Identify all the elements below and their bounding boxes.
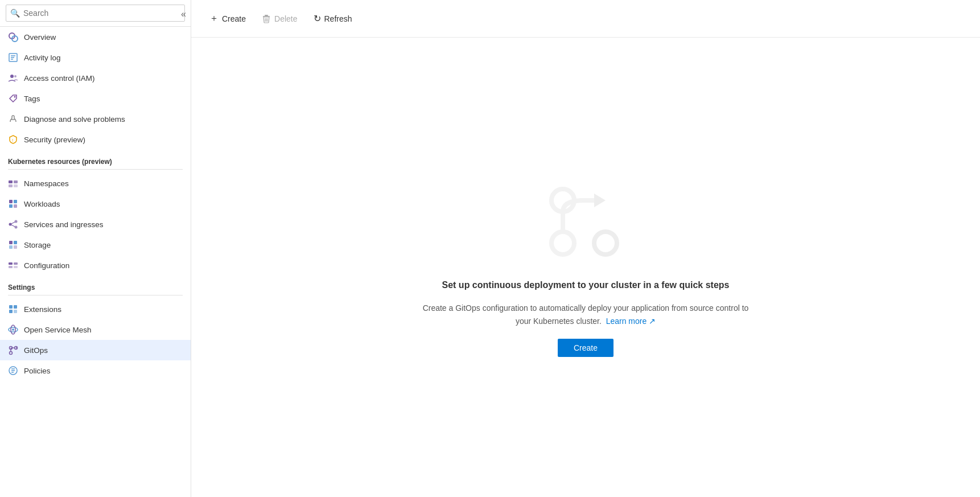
svg-point-6 xyxy=(10,75,14,78)
sidebar-item-gitops[interactable]: GitOps xyxy=(0,340,191,360)
main-title: Set up continuous deployment to your clu… xyxy=(442,280,730,290)
svg-point-54 xyxy=(551,232,574,254)
svg-rect-19 xyxy=(14,204,17,208)
svg-rect-33 xyxy=(9,305,13,309)
svg-rect-27 xyxy=(9,245,13,249)
svg-rect-35 xyxy=(9,310,13,313)
sidebar-item-workloads[interactable]: Workloads xyxy=(0,194,191,214)
sidebar-item-iam[interactable]: Access control (IAM) xyxy=(0,68,191,88)
configuration-label: Configuration xyxy=(24,261,69,270)
search-icon: 🔍 xyxy=(10,9,20,18)
sidebar-item-activity-log[interactable]: Activity log xyxy=(0,47,191,68)
svg-point-7 xyxy=(14,75,17,77)
gitops-label: GitOps xyxy=(24,346,48,355)
overview-icon xyxy=(8,32,18,42)
sidebar-item-diagnose[interactable]: Diagnose and solve problems xyxy=(0,109,191,129)
open-service-mesh-label: Open Service Mesh xyxy=(24,326,92,334)
iam-icon xyxy=(8,73,18,83)
create-label: Create xyxy=(222,14,246,23)
kubernetes-section-header: Kubernetes resources (preview) xyxy=(0,150,191,168)
svg-rect-32 xyxy=(14,266,18,268)
refresh-icon: ↻ xyxy=(314,13,321,24)
svg-rect-13 xyxy=(14,180,18,183)
overview-label: Overview xyxy=(24,33,56,42)
sidebar: 🔍 « Overview xyxy=(0,0,191,497)
svg-rect-31 xyxy=(9,266,13,268)
sidebar-item-open-service-mesh[interactable]: Open Service Mesh xyxy=(0,319,191,340)
svg-rect-29 xyxy=(9,262,13,265)
create-button[interactable]: ＋ Create xyxy=(203,8,253,29)
extensions-label: Extensions xyxy=(24,305,61,314)
svg-point-9 xyxy=(14,96,16,98)
sidebar-item-policies[interactable]: Policies xyxy=(0,360,191,381)
gitops-icon xyxy=(8,345,18,355)
refresh-button[interactable]: ↻ Refresh xyxy=(307,9,359,28)
search-input[interactable] xyxy=(6,5,185,22)
gitops-illustration xyxy=(540,178,631,269)
mesh-icon xyxy=(8,325,18,335)
svg-point-40 xyxy=(10,352,13,355)
activity-label: Activity log xyxy=(24,54,61,62)
sidebar-item-security[interactable]: ! Security (preview) xyxy=(0,129,191,150)
workloads-icon xyxy=(8,199,18,209)
activity-icon xyxy=(8,52,18,63)
diagnose-icon xyxy=(8,114,18,124)
svg-text:!: ! xyxy=(12,138,13,143)
svg-point-20 xyxy=(9,223,12,226)
services-label: Services and ingresses xyxy=(24,220,104,229)
svg-line-24 xyxy=(11,225,15,227)
security-icon: ! xyxy=(8,134,18,145)
policies-icon xyxy=(8,365,18,376)
delete-icon xyxy=(262,14,271,24)
description-text: Create a GitOps configuration to automat… xyxy=(423,303,749,325)
main-content: Set up continuous deployment to your clu… xyxy=(191,38,980,497)
toolbar: ＋ Create Delete ↻ Refresh xyxy=(191,0,980,38)
svg-rect-26 xyxy=(14,241,17,244)
sidebar-item-services[interactable]: Services and ingresses xyxy=(0,214,191,235)
svg-point-39 xyxy=(12,328,14,331)
main-panel: ＋ Create Delete ↻ Refresh xyxy=(191,0,980,497)
sidebar-item-extensions[interactable]: Extensions xyxy=(0,299,191,319)
collapse-button[interactable]: « xyxy=(176,7,191,22)
settings-divider xyxy=(8,295,183,295)
learn-more-link[interactable]: Learn more ↗ xyxy=(606,317,656,326)
namespaces-icon xyxy=(8,178,18,188)
refresh-label: Refresh xyxy=(324,14,352,23)
namespaces-label: Namespaces xyxy=(24,179,69,188)
delete-label: Delete xyxy=(274,14,297,23)
create-icon: ＋ xyxy=(209,13,219,24)
svg-rect-16 xyxy=(9,200,13,203)
workloads-label: Workloads xyxy=(24,200,60,208)
storage-label: Storage xyxy=(24,241,51,249)
diagnose-label: Diagnose and solve problems xyxy=(24,115,125,124)
sidebar-item-namespaces[interactable]: Namespaces xyxy=(0,173,191,194)
svg-point-22 xyxy=(15,226,18,229)
svg-line-23 xyxy=(11,222,15,224)
sidebar-item-tags[interactable]: Tags xyxy=(0,88,191,109)
svg-point-21 xyxy=(15,220,18,223)
policies-label: Policies xyxy=(24,367,51,375)
storage-icon xyxy=(8,240,18,250)
svg-rect-28 xyxy=(14,245,17,249)
svg-rect-12 xyxy=(9,180,13,183)
svg-rect-18 xyxy=(9,204,13,208)
kubernetes-divider xyxy=(8,169,183,170)
svg-rect-49 xyxy=(265,15,268,16)
search-box: 🔍 xyxy=(0,0,191,27)
sidebar-nav: Overview Activity log xyxy=(0,27,191,497)
configuration-icon xyxy=(8,260,18,270)
main-create-button[interactable]: Create xyxy=(558,339,613,357)
iam-label: Access control (IAM) xyxy=(24,74,95,83)
svg-rect-14 xyxy=(9,184,13,187)
tags-icon xyxy=(8,93,18,104)
settings-section-header: Settings xyxy=(0,276,191,294)
sidebar-item-configuration[interactable]: Configuration xyxy=(0,255,191,276)
delete-button[interactable]: Delete xyxy=(255,9,304,28)
svg-point-56 xyxy=(594,232,617,254)
sidebar-item-storage[interactable]: Storage xyxy=(0,235,191,255)
sidebar-item-overview[interactable]: Overview xyxy=(0,27,191,47)
tags-label: Tags xyxy=(24,95,40,103)
svg-rect-36 xyxy=(14,310,17,313)
services-icon xyxy=(8,219,18,229)
svg-rect-15 xyxy=(14,184,18,187)
